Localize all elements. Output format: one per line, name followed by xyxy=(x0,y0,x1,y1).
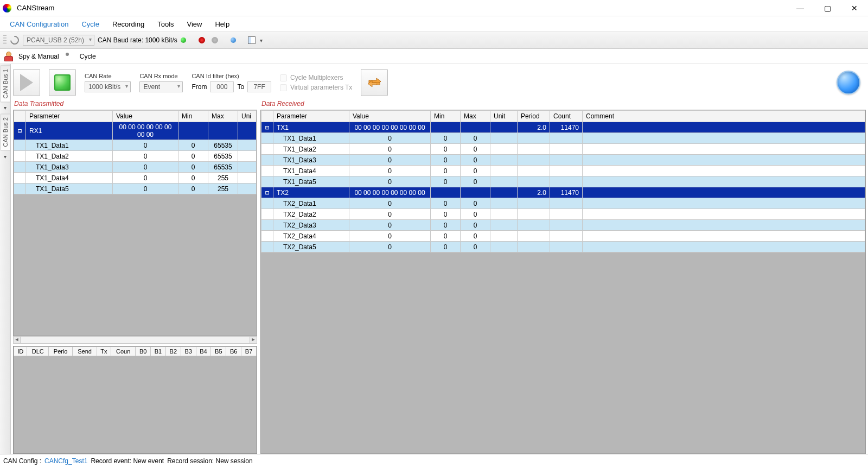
table-row[interactable]: TX1_Data500255 xyxy=(14,184,257,194)
column-header[interactable]: Tx xyxy=(97,346,111,356)
menu-cycle[interactable]: Cycle xyxy=(75,18,106,30)
expand-toggle[interactable] xyxy=(14,151,26,162)
expand-toggle[interactable] xyxy=(261,176,273,187)
column-header[interactable]: DLC xyxy=(27,346,48,356)
table-row[interactable]: TX1_Data20065535 xyxy=(14,151,257,162)
layout-dropdown-arrow-icon[interactable]: ▾ xyxy=(260,37,263,43)
play-button[interactable] xyxy=(13,69,40,96)
tx-hscrollbar[interactable]: ◄ ► xyxy=(13,336,257,344)
column-header[interactable]: Value xyxy=(113,111,178,122)
column-header[interactable]: Comment xyxy=(583,111,865,122)
status-config-link[interactable]: CANCfg_Test1 xyxy=(44,457,87,465)
expand-toggle[interactable] xyxy=(261,133,273,144)
column-header[interactable]: B5 xyxy=(211,346,226,356)
side-tab-bus1[interactable]: CAN Bus 1 xyxy=(1,65,10,102)
column-header[interactable]: B0 xyxy=(136,346,151,356)
column-header[interactable]: Period xyxy=(518,111,550,122)
can-rate-select[interactable]: 1000 kBit/s xyxy=(85,81,131,92)
table-row[interactable]: ⊟TX200 00 00 00 00 00 00 002.011470 xyxy=(261,187,865,198)
tx-grid[interactable]: ParameterValueMinMaxUni ⊟RX100 00 00 00 … xyxy=(13,110,257,336)
expand-toggle[interactable] xyxy=(261,242,273,253)
tab-cycle[interactable]: Cycle xyxy=(78,53,98,60)
layout-button[interactable] xyxy=(247,35,257,45)
table-row[interactable]: TX1_Data2000 xyxy=(261,144,865,155)
scroll-left-icon[interactable]: ◄ xyxy=(13,336,21,344)
table-row[interactable]: ⊟RX100 00 00 00 00 00 00 00 xyxy=(14,122,257,140)
column-header[interactable]: Value xyxy=(349,111,431,122)
column-header[interactable]: Parameter xyxy=(273,111,349,122)
column-header[interactable]: B6 xyxy=(226,346,241,356)
filter-from-input[interactable]: 000 xyxy=(210,81,234,92)
refresh-button[interactable] xyxy=(10,35,20,45)
close-button[interactable]: ✕ xyxy=(844,2,865,15)
menu-help[interactable]: Help xyxy=(208,18,236,30)
device-dropdown[interactable]: PCAN_USB 2 (52h) xyxy=(23,35,94,46)
column-header[interactable]: Send xyxy=(73,346,97,356)
expand-toggle[interactable]: ⊟ xyxy=(14,122,26,140)
expand-toggle[interactable] xyxy=(14,184,26,194)
table-row[interactable]: TX1_Data400255 xyxy=(14,173,257,184)
expand-toggle[interactable] xyxy=(261,198,273,209)
stop-button[interactable] xyxy=(49,69,76,96)
table-row[interactable]: TX1_Data5000 xyxy=(261,176,865,187)
expand-toggle[interactable] xyxy=(261,231,273,242)
expand-toggle[interactable] xyxy=(14,140,26,151)
expand-toggle[interactable] xyxy=(261,144,273,155)
column-header[interactable]: ID xyxy=(14,346,27,356)
table-row[interactable]: TX2_Data3000 xyxy=(261,220,865,231)
tab-spy-manual[interactable]: Spy & Manual xyxy=(16,53,61,60)
column-header[interactable]: Parameter xyxy=(26,111,113,122)
column-header[interactable]: B3 xyxy=(181,346,196,356)
table-row[interactable]: TX1_Data3000 xyxy=(261,155,865,166)
table-row[interactable]: ⊟TX100 00 00 00 00 00 00 002.011470 xyxy=(261,122,865,133)
expand-toggle[interactable]: ⊟ xyxy=(261,122,273,133)
table-row[interactable]: TX1_Data1000 xyxy=(261,133,865,144)
column-header[interactable]: Min xyxy=(178,111,208,122)
scroll-right-icon[interactable]: ► xyxy=(250,336,257,344)
menu-can-configuration[interactable]: CAN Configuration xyxy=(3,18,75,30)
maximize-button[interactable]: ▢ xyxy=(816,2,838,15)
table-row[interactable]: TX1_Data10065535 xyxy=(14,140,257,151)
column-header[interactable]: Count xyxy=(550,111,583,122)
column-header[interactable]: B1 xyxy=(151,346,166,356)
column-header[interactable] xyxy=(14,111,26,122)
menu-recording[interactable]: Recording xyxy=(106,18,151,30)
column-header[interactable]: B7 xyxy=(241,346,257,356)
column-header[interactable]: Max xyxy=(208,111,238,122)
column-header[interactable] xyxy=(261,111,273,122)
column-header[interactable]: Coun xyxy=(111,346,136,356)
minimize-button[interactable]: — xyxy=(789,2,811,15)
scroll-track[interactable] xyxy=(21,336,250,344)
record-button[interactable] xyxy=(197,35,207,45)
table-row[interactable]: TX1_Data4000 xyxy=(261,166,865,176)
menu-tools[interactable]: Tools xyxy=(151,18,180,30)
filter-to-input[interactable]: 7FF xyxy=(247,81,271,92)
chk-virtual-tx[interactable]: Virtual parameters Tx xyxy=(280,84,352,91)
column-header[interactable]: Perio xyxy=(48,346,72,356)
expand-toggle[interactable] xyxy=(261,166,273,176)
rx-grid[interactable]: ParameterValueMinMaxUnitPeriodCountComme… xyxy=(260,110,866,454)
side-arrow-icon[interactable]: ▾ xyxy=(4,105,7,111)
column-header[interactable]: B2 xyxy=(165,346,181,356)
raw-frames-grid[interactable]: IDDLCPerioSendTxCounB0B1B2B3B4B5B6B7 xyxy=(13,346,257,455)
record-disabled-button[interactable] xyxy=(210,35,220,45)
column-header[interactable]: B4 xyxy=(196,346,211,356)
column-header[interactable]: Unit xyxy=(490,111,518,122)
expand-toggle[interactable] xyxy=(14,173,26,184)
menu-view[interactable]: View xyxy=(181,18,209,30)
table-row[interactable]: TX2_Data4000 xyxy=(261,231,865,242)
table-row[interactable]: TX2_Data2000 xyxy=(261,209,865,220)
expand-toggle[interactable] xyxy=(261,209,273,220)
table-row[interactable]: TX1_Data30065535 xyxy=(14,162,257,173)
side-arrow-icon[interactable]: ▾ xyxy=(4,154,7,160)
expand-toggle[interactable] xyxy=(14,162,26,173)
chk-cycle-multiplexers[interactable]: Cycle Multiplexers xyxy=(280,74,352,81)
rx-mode-select[interactable]: Event xyxy=(139,81,183,92)
side-tab-bus2[interactable]: CAN Bus 2 xyxy=(1,113,10,150)
table-row[interactable]: TX2_Data5000 xyxy=(261,242,865,253)
column-header[interactable]: Uni xyxy=(238,111,257,122)
column-header[interactable]: Max xyxy=(461,111,490,122)
expand-toggle[interactable]: ⊟ xyxy=(261,187,273,198)
table-row[interactable]: TX2_Data1000 xyxy=(261,198,865,209)
expand-toggle[interactable] xyxy=(261,155,273,166)
